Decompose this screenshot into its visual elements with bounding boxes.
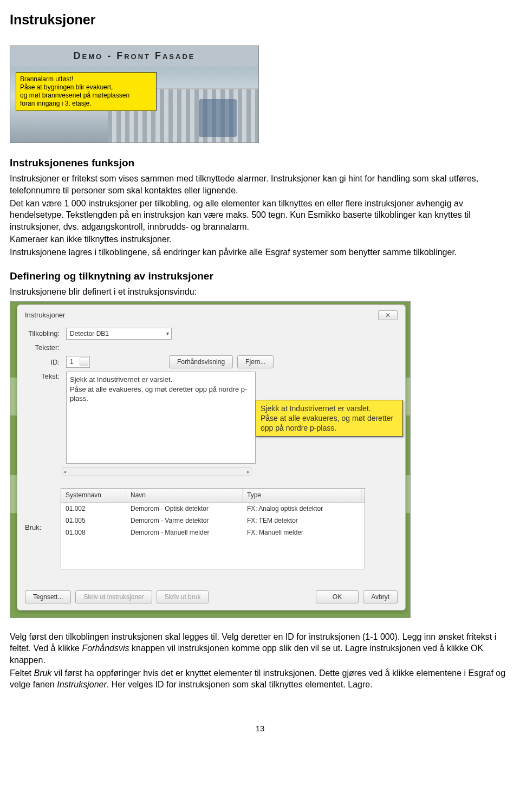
body-text: Det kan være 1 000 instruksjoner per til… [10, 198, 510, 233]
print-instructions-button[interactable]: Skriv ut instruksjoner [75, 590, 152, 603]
id-value: 1 [70, 358, 74, 366]
cell: 01.005 [61, 515, 126, 527]
remove-button[interactable]: Fjern... [237, 355, 274, 368]
col-type[interactable]: Type [243, 489, 362, 502]
cell: Demorom - Manuell melder [126, 527, 243, 538]
banner-screenshot: Demo - Front Fasade Brannalarm utløst! P… [10, 46, 510, 143]
text-italic: Forhåndsvis [82, 644, 129, 653]
cell: FX: TEM detektor [243, 515, 362, 527]
page-number: 13 [10, 723, 510, 734]
section-heading: Instruksjonenes funksjon [10, 156, 510, 170]
body-text: Kameraer kan ikke tilknyttes instruksjon… [10, 233, 510, 245]
body-text: Instruksjonene blir definert i et instru… [10, 286, 510, 298]
banner-title: Demo - Front Fasade [10, 49, 258, 62]
building-logo [199, 99, 237, 137]
alarm-note-line: Påse at bygningen blir evakuert, [20, 83, 152, 92]
alarm-note-line: Brannalarm utløst! [20, 75, 152, 83]
alarm-note-box: Brannalarm utløst! Påse at bygningen bli… [16, 72, 157, 111]
dialog-screenshot: Instruksjoner ✕ Tilkobling: Detector DB1… [10, 301, 510, 618]
preview-tooltip: Sjekk at Industrivernet er varslet. Påse… [256, 400, 403, 437]
body-text: Feltet Bruk vil først ha oppføringer hvi… [10, 667, 510, 691]
cancel-button[interactable]: Avbryt [363, 590, 398, 603]
tilkobling-dropdown[interactable]: Detector DB1 ▾ [66, 328, 172, 340]
instructions-dialog: Instruksjoner ✕ Tilkobling: Detector DB1… [17, 304, 406, 610]
table-row[interactable]: 01.008 Demorom - Manuell melder FX: Manu… [61, 527, 365, 538]
tekster-label: Tekster: [25, 343, 62, 353]
page-title: Instruksjoner [10, 11, 510, 29]
text: Feltet [10, 668, 34, 678]
cell: Demorom - Optisk detektor [126, 503, 243, 515]
charset-button[interactable]: Tegnsett... [25, 590, 71, 603]
scroll-right-icon[interactable]: ▸ [247, 468, 250, 476]
text-italic: Bruk [34, 668, 51, 678]
tekst-label: Tekst: [25, 372, 62, 381]
close-icon[interactable]: ✕ [378, 310, 398, 320]
text: . Her velges ID for instruksjonen som sk… [107, 680, 373, 689]
preview-button[interactable]: Forhåndsvisning [169, 355, 233, 368]
cell: 01.008 [61, 527, 126, 538]
scroll-left-icon[interactable]: ◂ [63, 468, 66, 476]
ok-button[interactable]: OK [316, 590, 359, 603]
body-text: Instruksjonene lagres i tilkoblingene, s… [10, 246, 510, 258]
body-text: Instruksjoner er fritekst som vises samm… [10, 173, 510, 196]
table-row[interactable]: 01.002 Demorom - Optisk detektor FX: Ana… [61, 503, 365, 515]
text-italic: Instruksjoner [57, 680, 107, 689]
alarm-note-line: foran inngang i 3. etasje. [20, 100, 152, 108]
section-heading: Definering og tilknytning av instruksjon… [10, 269, 510, 283]
cell: FX: Analog optisk detektor [243, 503, 362, 515]
id-label: ID: [25, 358, 62, 367]
tilkobling-label: Tilkobling: [25, 329, 62, 339]
id-spinner[interactable]: 1 [66, 356, 90, 368]
usage-table: Systemnavn Navn Type 01.002 Demorom - Op… [61, 488, 365, 569]
instruction-textarea[interactable]: Sjekk at Industrivernet er varslet. Påse… [66, 372, 256, 464]
cell: FX: Manuell melder [243, 527, 362, 538]
tilkobling-value: Detector DB1 [70, 329, 109, 338]
bruk-label: Bruk: [25, 523, 52, 532]
col-systemnavn[interactable]: Systemnavn [61, 489, 126, 502]
dialog-title-text: Instruksjoner [25, 310, 65, 320]
alarm-note-line: og møt brannvesenet på møteplassen [20, 92, 152, 100]
horizontal-scrollbar[interactable]: ◂ ▸ [62, 467, 251, 476]
table-row[interactable]: 01.005 Demorom - Varme detektor FX: TEM … [61, 515, 365, 527]
cell: 01.002 [61, 503, 126, 515]
col-navn[interactable]: Navn [126, 489, 243, 502]
cell: Demorom - Varme detektor [126, 515, 243, 527]
chevron-down-icon: ▾ [166, 330, 169, 337]
print-usage-button[interactable]: Skriv ut bruk [157, 590, 209, 603]
body-text: Velg først den tilkoblingen instruksjone… [10, 631, 510, 666]
